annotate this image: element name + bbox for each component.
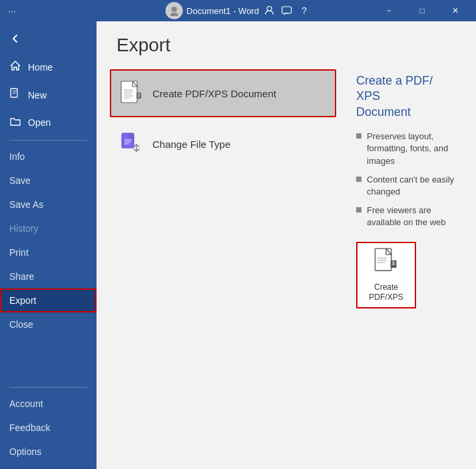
option-create-pdf[interactable]: Create PDF/XPS Document xyxy=(110,69,336,117)
bullet-1 xyxy=(356,133,361,139)
back-icon xyxy=(9,33,21,47)
word-window: ··· Document1 - Word ? − □ ✕ xyxy=(0,0,476,469)
window-title: Document1 - Word xyxy=(186,6,259,16)
back-button[interactable] xyxy=(0,27,97,53)
open-icon xyxy=(9,116,21,129)
minimize-button[interactable]: − xyxy=(373,0,404,21)
user-area xyxy=(165,2,182,19)
sidebar-item-account[interactable]: Account xyxy=(0,392,97,416)
sidebar-item-share[interactable]: Share xyxy=(0,264,97,288)
profile-icon[interactable] xyxy=(263,4,276,17)
sidebar-bottom: Account Feedback Options xyxy=(0,383,97,469)
sidebar-item-save[interactable]: Save xyxy=(0,169,97,193)
main-layout: Home New Open xyxy=(0,21,476,469)
sidebar-item-close[interactable]: Close xyxy=(0,312,97,336)
comment-icon[interactable] xyxy=(280,4,294,17)
title-bar: ··· Document1 - Word ? − □ ✕ xyxy=(0,0,476,21)
desc-item-3: Free viewers are available on the web xyxy=(356,205,463,229)
restore-button[interactable]: □ xyxy=(407,0,437,21)
content-body: Create PDF/XPS Document xyxy=(97,67,476,469)
sidebar: Home New Open xyxy=(0,21,97,469)
content-header: Export xyxy=(97,21,476,67)
svg-rect-3 xyxy=(282,7,292,13)
new-icon xyxy=(9,88,21,103)
title-bar-center: Document1 - Word ? xyxy=(165,2,311,19)
open-label: Open xyxy=(28,117,51,128)
sidebar-item-home[interactable]: Home xyxy=(0,53,97,81)
sidebar-item-print[interactable]: Print xyxy=(0,240,97,264)
help-icon[interactable]: ? xyxy=(298,4,311,17)
desc-title: Create a PDF/XPSDocument xyxy=(356,73,463,120)
description-panel: Create a PDF/XPSDocument Preserves layou… xyxy=(350,67,476,456)
desc-item-1: Preserves layout, formatting, fonts, and… xyxy=(356,131,463,167)
svg-rect-6 xyxy=(136,93,141,99)
sidebar-item-open[interactable]: Open xyxy=(0,109,97,136)
close-button[interactable]: ✕ xyxy=(440,0,471,21)
create-pdf-btn-icon xyxy=(374,248,398,278)
sidebar-item-new[interactable]: New xyxy=(0,81,97,109)
window-controls: − □ ✕ xyxy=(373,0,471,21)
sidebar-divider-2 xyxy=(9,387,87,388)
sidebar-divider-1 xyxy=(9,140,87,141)
create-pdf-label: Create PDF/XPS Document xyxy=(152,88,276,99)
sidebar-top: Home New Open xyxy=(0,21,97,342)
create-pdf-button[interactable]: CreatePDF/XPS xyxy=(356,242,416,308)
home-label: Home xyxy=(28,62,53,73)
desc-item-2: Content can't be easily changed xyxy=(356,174,463,198)
new-label: New xyxy=(28,90,47,101)
content-area: Export xyxy=(97,21,476,469)
sidebar-item-save-as[interactable]: Save As xyxy=(0,193,97,217)
sidebar-item-feedback[interactable]: Feedback xyxy=(0,416,97,440)
sidebar-item-history: History xyxy=(0,217,97,240)
desc-list: Preserves layout, formatting, fonts, and… xyxy=(356,131,463,229)
page-title: Export xyxy=(117,35,456,56)
options-panel: Create PDF/XPS Document xyxy=(110,67,336,456)
change-file-icon xyxy=(119,131,143,157)
home-icon xyxy=(9,60,21,75)
avatar xyxy=(165,2,182,19)
svg-point-1 xyxy=(170,13,178,16)
bullet-2 xyxy=(356,177,361,182)
bullet-3 xyxy=(356,207,361,213)
option-change-file-type[interactable]: Change File Type xyxy=(110,120,336,168)
title-bar-left: ··· xyxy=(5,4,19,17)
sidebar-item-options[interactable]: Options xyxy=(0,440,97,464)
svg-point-0 xyxy=(171,7,176,12)
svg-rect-21 xyxy=(391,260,397,268)
sidebar-item-info[interactable]: Info xyxy=(0,145,97,169)
more-icon[interactable]: ··· xyxy=(5,4,19,17)
create-pdf-btn-label: CreatePDF/XPS xyxy=(369,282,403,303)
change-file-type-label: Change File Type xyxy=(152,139,230,150)
pdf-doc-icon xyxy=(119,80,143,107)
sidebar-item-export[interactable]: Export xyxy=(0,288,97,312)
